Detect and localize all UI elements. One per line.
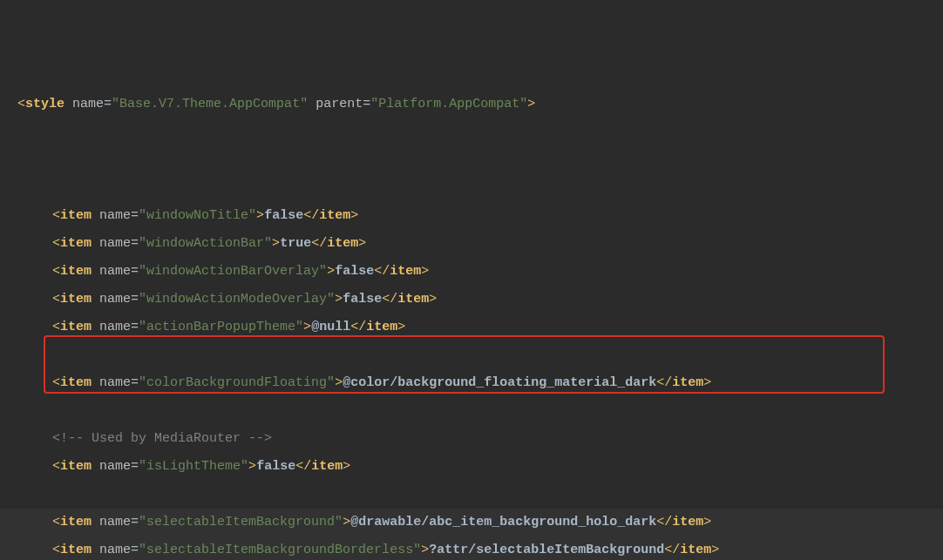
code-line: <!-- Used by MediaRouter --> (0, 425, 943, 453)
code-editor[interactable]: <style name="Base.V7.Theme.AppCompat" pa… (0, 0, 943, 560)
code-line: <style name="Base.V7.Theme.AppCompat" pa… (0, 91, 943, 118)
code-line: <item name="isLightTheme">false</item> (0, 453, 943, 481)
code-line (0, 397, 943, 425)
code-line: <item name="colorBackgroundFloating">@co… (0, 369, 943, 397)
code-line: <item name="selectableItemBackground">@d… (0, 509, 943, 536)
code-line: <item name="windowActionModeOverlay">fal… (0, 286, 943, 314)
code-line: <item name="selectableItemBackgroundBord… (0, 536, 943, 560)
code-line (0, 481, 943, 509)
code-line: <item name="actionBarPopupTheme">@null</… (0, 314, 943, 341)
code-line (0, 341, 943, 369)
code-line: <item name="windowActionBar">true</item> (0, 230, 943, 258)
code-line: <item name="windowActionBarOverlay">fals… (0, 258, 943, 286)
code-line: <item name="windowNoTitle">false</item> (0, 202, 943, 230)
